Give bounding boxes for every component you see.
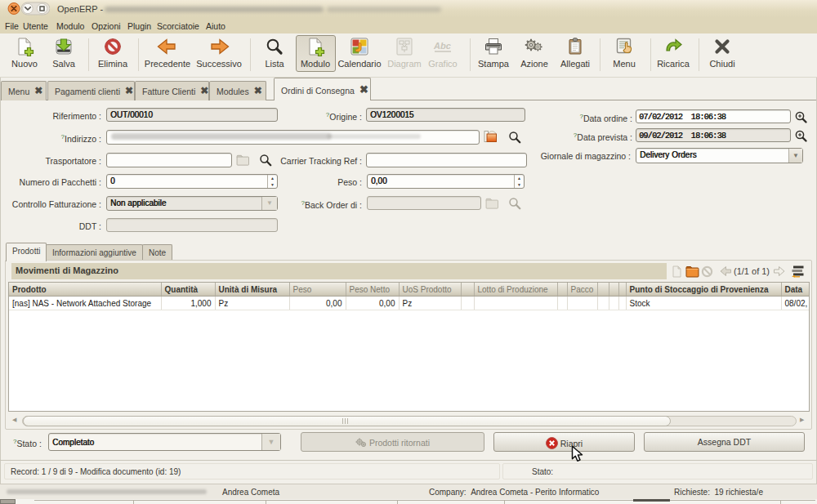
svg-text:Abc: Abc: [433, 41, 451, 51]
